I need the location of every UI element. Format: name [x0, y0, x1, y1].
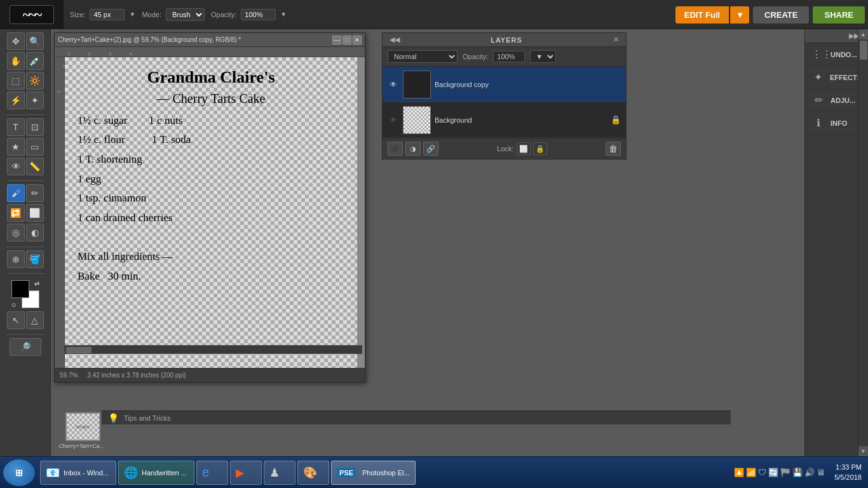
mode-select[interactable]: Brush: [166, 8, 205, 21]
start-button[interactable]: ⊞: [3, 459, 35, 486]
healing-tool[interactable]: ⊕: [7, 250, 25, 268]
layer-name: Background copy: [435, 81, 621, 88]
layer-link-button[interactable]: 🔗: [423, 142, 438, 156]
layer-thumbnail: [403, 71, 431, 98]
undo-label: UNDO...: [831, 51, 857, 58]
opacity-input[interactable]: [241, 9, 276, 20]
reset-colors-icon[interactable]: ⊙: [11, 302, 17, 308]
clone-tool[interactable]: 🔁: [7, 204, 25, 222]
pencil-tool[interactable]: ✏: [26, 184, 44, 202]
text-tool[interactable]: T: [7, 118, 25, 136]
ruler-tool[interactable]: 📏: [26, 158, 44, 175]
canvas-hscroll[interactable]: [65, 345, 362, 354]
layers-expand-button[interactable]: ◀◀: [388, 36, 402, 44]
layer-item-background[interactable]: 👁 Background 🔒: [383, 102, 626, 138]
lock-all-button[interactable]: 🔒: [533, 142, 547, 155]
taskbar-media[interactable]: ▶: [230, 461, 262, 485]
tool-row-8: 🖌 ✏: [7, 184, 44, 202]
lasso-tool[interactable]: 🔆: [26, 72, 44, 90]
eyedropper-tool[interactable]: 💉: [26, 52, 44, 70]
display-icon[interactable]: 🖥: [817, 468, 825, 477]
opacity-value-input[interactable]: [493, 51, 525, 62]
taskbar-steam[interactable]: ♟: [264, 461, 295, 485]
opacity-label: Opacity:: [463, 53, 488, 60]
close-button[interactable]: ✕: [353, 36, 362, 44]
shape-tool[interactable]: ★: [7, 138, 25, 156]
layers-controls: Normal Opacity: ▼: [383, 47, 626, 67]
layer-visibility-toggle[interactable]: 👁: [388, 114, 399, 126]
edit-full-button[interactable]: EDIT Full: [675, 6, 729, 24]
taskbar-photoshop[interactable]: PSE Photoshop El...: [331, 461, 416, 485]
taskbar-paint[interactable]: 🎨: [297, 461, 329, 485]
thumbnail-item[interactable]: recipe Cherry+Tart+Cak...: [57, 412, 108, 449]
backup-icon[interactable]: 💾: [792, 468, 803, 477]
create-button[interactable]: CREATE: [753, 6, 809, 24]
blend-mode-select[interactable]: Normal: [388, 50, 458, 63]
crop-tool[interactable]: ⊡: [26, 118, 44, 136]
taskbar-ie[interactable]: e: [196, 461, 228, 485]
brush-tool[interactable]: 🖌: [7, 184, 25, 202]
layer-create-adjustment-button[interactable]: ⬛: [388, 142, 403, 156]
magic-wand-tool[interactable]: ⚡: [7, 92, 25, 109]
updates-icon[interactable]: 🔄: [768, 468, 778, 477]
hscroll-thumb[interactable]: [66, 347, 92, 353]
size-input[interactable]: [90, 9, 125, 20]
clock-display[interactable]: 1:33 PM 5/5/2018: [831, 463, 865, 482]
dodge-tool[interactable]: ◐: [26, 224, 44, 241]
share-button[interactable]: SHARE: [813, 6, 865, 24]
redeye-tool[interactable]: 👁: [7, 158, 25, 175]
opacity-dd-arrow[interactable]: ▼: [280, 11, 287, 18]
mode-group: Mode: Brush: [142, 8, 205, 21]
size-dd-arrow[interactable]: ▼: [129, 11, 135, 18]
magnify-tool[interactable]: 🔎: [10, 338, 41, 356]
zoom-tool[interactable]: 🔍: [26, 32, 44, 50]
minimize-button[interactable]: —: [332, 36, 341, 44]
paint-bucket-tool[interactable]: 🪣: [26, 250, 44, 268]
maximize-button[interactable]: □: [342, 36, 351, 44]
lightbulb-icon: 💡: [108, 413, 119, 423]
taskbar-chrome[interactable]: 🌐 Handwritten ...: [118, 461, 194, 485]
selection-tool-2[interactable]: ↖: [7, 311, 25, 329]
wifi-icon[interactable]: 📶: [746, 468, 756, 477]
scroll-down-arrow[interactable]: ▼: [858, 446, 869, 456]
image-canvas-area[interactable]: 1 2 3 4 1 2 3 Grandma: [55, 47, 365, 368]
tool-row-10: ◎ ◐: [7, 224, 44, 241]
layer-visibility-toggle[interactable]: 👁: [388, 79, 399, 90]
opacity-dropdown[interactable]: ▼: [530, 50, 556, 63]
tool-row-7: 👁 📏: [7, 158, 44, 175]
security-icon[interactable]: 🛡: [758, 468, 766, 477]
hand-tool[interactable]: ✋: [7, 52, 25, 70]
eraser-tool[interactable]: ⬜: [26, 204, 44, 222]
scroll-track[interactable]: [858, 39, 869, 446]
quick-select-tool[interactable]: ✦: [26, 92, 44, 109]
edit-full-dropdown-button[interactable]: ▼: [730, 6, 749, 24]
scroll-thumb[interactable]: [860, 41, 867, 60]
lock-pixels-button[interactable]: ⬜: [517, 142, 531, 155]
layers-close-button[interactable]: ✕: [611, 36, 621, 44]
blur-tool[interactable]: ◎: [7, 224, 25, 241]
swap-colors-icon[interactable]: ⇄: [34, 280, 39, 287]
clock-time: 1:33 PM: [834, 463, 862, 472]
brush-preview: ~~~: [10, 5, 54, 24]
photoshop-label: Photoshop El...: [362, 469, 410, 477]
effects-icon: ✦: [811, 71, 825, 83]
scroll-up-arrow[interactable]: ▲: [858, 29, 869, 39]
layer-item-background-copy[interactable]: 👁 Background copy: [383, 67, 626, 102]
volume-icon[interactable]: 🔊: [804, 468, 815, 477]
move-tool[interactable]: ✥: [7, 32, 25, 50]
flag-icon[interactable]: 🏁: [780, 468, 790, 477]
network-tray-icon[interactable]: 🔼: [734, 468, 744, 477]
steam-icon: ♟: [269, 466, 280, 480]
foreground-color-swatch[interactable]: [11, 280, 29, 298]
right-scrollbar: ▲ ▼: [858, 29, 868, 456]
delete-layer-button[interactable]: 🗑: [606, 142, 621, 156]
polygon-tool[interactable]: △: [26, 311, 44, 329]
thumbnail-preview: recipe: [65, 412, 100, 441]
layer-effects-button[interactable]: ◑: [405, 142, 421, 156]
marquee-tool[interactable]: ⬚: [7, 72, 25, 90]
rectangle-tool[interactable]: ▭: [26, 138, 44, 156]
ruler-top: 1 2 3 4: [55, 47, 365, 57]
canvas-content[interactable]: Grandma Claire's — Cherry Tarts Cake 1½ …: [65, 57, 357, 368]
lock-label: Lock:: [497, 145, 513, 152]
taskbar-inbox[interactable]: 📧 Inbox - Wind...: [40, 461, 116, 485]
